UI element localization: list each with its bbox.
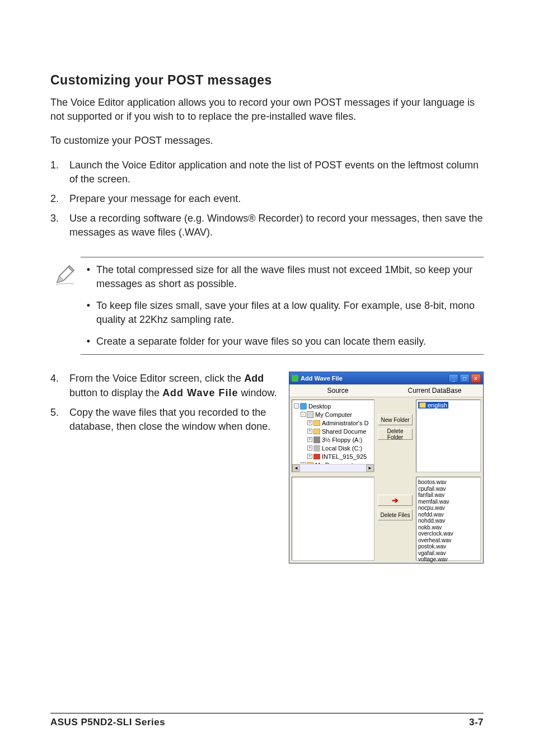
- window-title: Add Wave File: [301, 375, 343, 382]
- footer-right: 3-7: [469, 717, 484, 728]
- wav-item[interactable]: fanfail.wav: [418, 492, 479, 499]
- scroll-right-icon[interactable]: ►: [366, 464, 374, 472]
- steps-list-top: Launch the Voice Editor application and …: [50, 158, 484, 240]
- source-header: Source: [289, 387, 386, 395]
- delete-folder-button[interactable]: Delete Folder: [378, 429, 413, 440]
- step-4: From the Voice Editor screen, click the …: [50, 372, 278, 400]
- maximize-button[interactable]: □: [460, 374, 470, 383]
- note-item-1: The total compressed size for all the wa…: [81, 263, 484, 291]
- titlebar: Add Wave File _ □ ×: [289, 372, 483, 384]
- database-selected-folder[interactable]: english: [418, 402, 448, 408]
- pencil-icon: [50, 257, 81, 288]
- wav-item[interactable]: overheat.wav: [418, 537, 479, 544]
- folder-tree[interactable]: -Desktop -My Computer +Administrator's D…: [292, 400, 374, 472]
- step-3: Use a recording software (e.g. Windows® …: [50, 212, 484, 240]
- note-block: The total compressed size for all the wa…: [50, 257, 484, 355]
- intro-paragraph: The Voice Editor application allows you …: [50, 96, 484, 124]
- delete-files-button[interactable]: Delete Files: [378, 509, 413, 520]
- wav-item[interactable]: cpufail.wav: [418, 486, 479, 492]
- add-wave-file-window: Add Wave File _ □ × Source Current DataB…: [289, 372, 484, 564]
- page-footer: ASUS P5ND2-SLI Series 3-7: [50, 713, 484, 728]
- footer-left: ASUS P5ND2-SLI Series: [50, 717, 165, 728]
- lead-paragraph: To customize your POST messages.: [50, 134, 484, 148]
- wav-item[interactable]: bootos.wav: [418, 479, 479, 486]
- app-icon: [292, 375, 298, 382]
- database-header: Current DataBase: [386, 387, 483, 395]
- wav-item[interactable]: nofdd.wav: [418, 511, 479, 518]
- horizontal-scrollbar[interactable]: ◄ ►: [292, 464, 374, 472]
- wav-item[interactable]: voltage.wav: [418, 556, 479, 563]
- new-folder-button[interactable]: New Folder: [378, 414, 413, 425]
- note-item-3: Create a separate folder for your wave f…: [81, 335, 484, 349]
- wav-item[interactable]: overclock.wav: [418, 530, 479, 537]
- step-2: Prepare your message for each event.: [50, 192, 484, 206]
- wav-item[interactable]: postok.wav: [418, 543, 479, 550]
- step-5: Copy the wave files that you recorded to…: [50, 406, 278, 434]
- wav-item[interactable]: nohdd.wav: [418, 518, 479, 524]
- add-arrow-button[interactable]: ➔: [378, 495, 413, 506]
- source-files-panel[interactable]: [292, 477, 374, 561]
- wav-item[interactable]: nocpu.wav: [418, 505, 479, 511]
- database-panel[interactable]: english: [416, 400, 481, 472]
- minimize-button[interactable]: _: [448, 374, 458, 383]
- wav-list-panel[interactable]: bootos.wav cpufail.wav fanfail.wav memfa…: [416, 477, 481, 561]
- note-item-2: To keep file sizes small, save your file…: [81, 299, 484, 327]
- scroll-left-icon[interactable]: ◄: [292, 464, 300, 472]
- wav-item[interactable]: nokb.wav: [418, 524, 479, 531]
- wav-item[interactable]: memfail.wav: [418, 499, 479, 505]
- section-title: Customizing your POST messages: [50, 73, 484, 88]
- step-1: Launch the Voice Editor application and …: [50, 158, 484, 186]
- wav-item[interactable]: vgafail.wav: [418, 550, 479, 557]
- close-button[interactable]: ×: [471, 374, 481, 383]
